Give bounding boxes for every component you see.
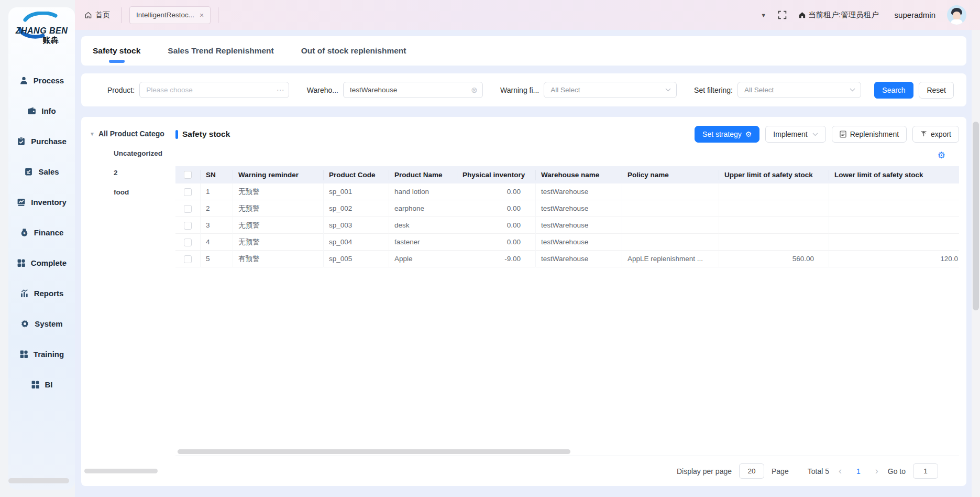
row-checkbox[interactable]	[184, 205, 192, 213]
close-icon[interactable]: ×	[200, 11, 204, 19]
tab-out-of-stock-replenishment[interactable]: Out of stock replenishment	[301, 36, 406, 66]
tab-sales-trend-replenishment[interactable]: Sales Trend Replenishment	[168, 36, 273, 66]
table-row: 3 无预警 sp_003 desk 0.00 testWarehouse	[175, 217, 959, 234]
set-strategy-button[interactable]: Set strategy ⚙	[695, 126, 759, 143]
home-label: 首页	[95, 10, 110, 20]
col-lower-limit[interactable]: Lower limit of safety stock	[829, 170, 959, 180]
brand-name-cn: 账犇	[26, 36, 75, 46]
col-warehouse-name[interactable]: Warehouse name	[536, 170, 622, 180]
bi-grid-icon	[31, 380, 40, 389]
pagination-bar: Display per page Page Total 5 ‹ 1 › Go t…	[175, 456, 959, 486]
tree-node-all-product-categories[interactable]: ▼ All Product Catego	[90, 129, 175, 138]
column-settings-gear-icon[interactable]: ⚙	[938, 151, 945, 160]
cell-inventory: 0.00	[457, 234, 536, 251]
sidebar-nav: Process Info Purchase	[8, 65, 75, 399]
warning-filter-label: Warning fi...	[500, 86, 539, 94]
reset-button[interactable]: Reset	[919, 82, 954, 99]
replenishment-button[interactable]: Replenishment	[832, 126, 907, 143]
col-product-code[interactable]: Product Code	[324, 170, 389, 180]
implement-button[interactable]: Implement	[765, 126, 825, 143]
section-title: Safety stock	[175, 129, 230, 139]
select-all-checkbox[interactable]	[184, 171, 192, 179]
sidebar-item-system[interactable]: System	[20, 308, 62, 339]
cell-name: hand lotion	[389, 183, 457, 200]
avatar-face	[953, 12, 961, 20]
page-size-input[interactable]	[739, 463, 764, 479]
current-page[interactable]: 1	[851, 467, 866, 476]
document-icon	[840, 131, 846, 138]
search-button[interactable]: Search	[874, 82, 913, 99]
sidebar-item-info[interactable]: Info	[27, 95, 56, 126]
sidebar-scrollbar[interactable]	[8, 478, 69, 483]
display-per-page-label: Display per page	[677, 467, 732, 476]
warning-filter-value: All Select	[550, 86, 580, 94]
product-field: ⋯	[139, 82, 289, 98]
sidebar-item-reports[interactable]: Reports	[20, 278, 64, 308]
sidebar-item-bi[interactable]: BI	[31, 369, 53, 399]
caret-down-icon[interactable]: ▼	[761, 12, 766, 18]
col-policy-name[interactable]: Policy name	[622, 170, 719, 180]
tree-node-uncategorized[interactable]: Uncategorized	[114, 149, 175, 157]
sidebar-item-label: Reports	[34, 289, 64, 298]
col-product-name[interactable]: Product Name	[389, 170, 457, 180]
username[interactable]: superadmin	[895, 10, 935, 19]
prev-page-icon[interactable]: ‹	[836, 466, 844, 477]
col-warning-reminder[interactable]: Warning reminder	[233, 170, 324, 180]
cell-warehouse: testWarehouse	[536, 183, 622, 200]
tree-scrollbar[interactable]	[84, 469, 158, 473]
warehouse-field: ⊗	[343, 82, 483, 98]
col-sn[interactable]: SN	[201, 170, 233, 180]
row-checkbox[interactable]	[184, 255, 192, 263]
warehouse-input[interactable]	[343, 82, 483, 98]
vertical-scroll-thumb[interactable]	[973, 122, 979, 310]
warning-filter-select[interactable]: All Select	[544, 82, 676, 98]
cell-upper	[719, 200, 829, 217]
tree-node-2[interactable]: 2	[114, 169, 175, 177]
cell-warning: 无预警	[233, 234, 324, 251]
tab-label: Safety stock	[93, 46, 140, 56]
system-gear-icon	[20, 319, 29, 328]
reports-barchart-icon	[20, 289, 29, 298]
sidebar-item-inventory[interactable]: Inventory	[17, 187, 67, 217]
sidebar-item-training[interactable]: Training	[19, 339, 64, 369]
cell-code: sp_002	[324, 200, 389, 217]
sidebar-item-process[interactable]: Process	[19, 65, 64, 95]
avatar[interactable]	[947, 5, 966, 25]
info-wallet-icon	[27, 106, 36, 115]
sidebar-item-purchase[interactable]: Purchase	[17, 126, 67, 156]
cell-lower	[829, 183, 959, 200]
open-tab-intelligent-restock[interactable]: IntelligentRestoc... ×	[129, 6, 211, 24]
ellipsis-icon[interactable]: ⋯	[276, 86, 284, 94]
sidebar-item-complete[interactable]: Complete	[17, 247, 67, 278]
cell-policy	[622, 183, 719, 200]
set-filtering-select[interactable]: All Select	[737, 82, 861, 98]
product-input[interactable]	[139, 82, 289, 98]
sidebar-item-finance[interactable]: ¥ Finance	[20, 217, 64, 247]
goto-page-input[interactable]	[913, 463, 938, 479]
cell-sn: 4	[201, 234, 233, 251]
export-button[interactable]: export	[912, 126, 959, 143]
tenant-info[interactable]: 当前租户:管理员租户	[798, 10, 879, 20]
content-area: Safety stock Sales Trend Replenishment O…	[75, 30, 980, 497]
cell-code: sp_004	[324, 234, 389, 251]
row-checkbox[interactable]	[184, 222, 192, 230]
tab-safety-stock[interactable]: Safety stock	[93, 36, 140, 66]
home-icon	[84, 11, 92, 19]
col-upper-limit[interactable]: Upper limit of safety stock	[719, 170, 829, 180]
col-physical-inventory[interactable]: Physical inventory	[457, 170, 536, 180]
home-breadcrumb[interactable]: 首页	[84, 10, 110, 20]
clear-icon[interactable]: ⊗	[471, 86, 478, 94]
tree-node-food[interactable]: food	[114, 188, 175, 196]
cell-warehouse: testWarehouse	[536, 200, 622, 217]
cell-name: earphone	[389, 200, 457, 217]
row-checkbox[interactable]	[184, 239, 192, 246]
sidebar-item-sales[interactable]: Sales	[24, 156, 59, 187]
caret-down-icon: ▼	[90, 131, 95, 137]
tab-label: IntelligentRestoc...	[136, 11, 194, 19]
cell-lower	[829, 217, 959, 234]
horizontal-scroll-thumb[interactable]	[178, 449, 570, 454]
product-label: Product:	[107, 86, 135, 94]
row-checkbox[interactable]	[184, 188, 192, 196]
next-page-icon[interactable]: ›	[873, 466, 880, 477]
fullscreen-icon[interactable]	[778, 10, 787, 19]
